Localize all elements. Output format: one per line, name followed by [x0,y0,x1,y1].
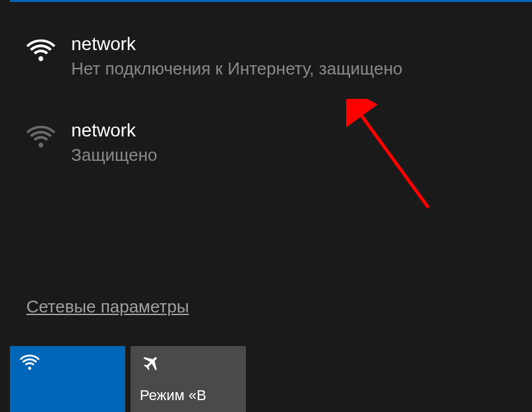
network-info: network Нет подключения к Интернету, защ… [71,33,402,80]
quick-actions-bar: Режим «В [10,346,246,412]
network-item-available[interactable]: network Защищено [26,119,506,166]
network-item-connected[interactable]: network Нет подключения к Интернету, защ… [26,33,506,80]
network-name: network [71,119,157,142]
wifi-icon [26,123,55,152]
network-info: network Защищено [71,119,157,166]
airplane-tile-label: Режим «В [140,387,237,404]
network-settings-link[interactable]: Сетевые параметры [26,297,189,317]
network-flyout-panel: network Нет подключения к Интернету, защ… [0,0,532,167]
wifi-icon [19,354,40,372]
airplane-mode-tile[interactable]: Режим «В [131,346,246,412]
airplane-icon [140,354,161,372]
wifi-toggle-tile[interactable] [10,346,125,412]
network-name: network [71,33,402,55]
network-status: Нет подключения к Интернету, защищено [71,58,402,80]
accent-top-border [10,0,532,2]
network-status: Защищено [71,144,157,167]
wifi-icon [26,37,55,66]
